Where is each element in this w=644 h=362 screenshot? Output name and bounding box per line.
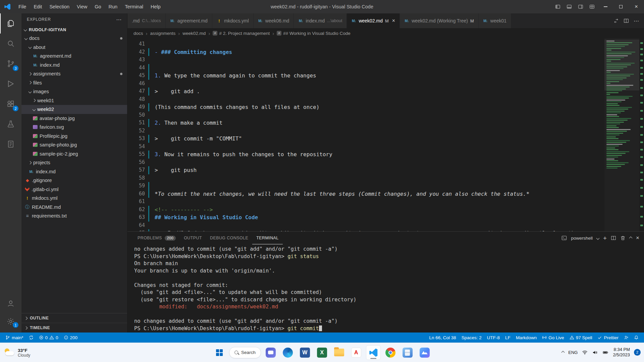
new-terminal-button[interactable]: + — [603, 235, 607, 241]
line-content[interactable]: ## Working in Visual Studio Code — [155, 214, 258, 222]
wifi-icon[interactable] — [582, 349, 588, 356]
line-number[interactable]: 59 — [127, 182, 145, 190]
line-number[interactable]: 46 — [127, 80, 145, 88]
line-content[interactable]: - ### Committing changes — [155, 48, 232, 56]
language-indicator[interactable]: ENG — [568, 350, 578, 355]
panel-tab-debug-console[interactable]: DEBUG CONSOLE — [206, 232, 252, 244]
line-content[interactable]: > git commit -m "COMMIT" — [155, 135, 242, 143]
line-number[interactable]: 44 — [127, 64, 145, 72]
tree-item-index-md[interactable]: M↓index.md — [21, 61, 127, 70]
taskbar-word[interactable]: W — [298, 345, 312, 360]
line-number[interactable]: 45 — [127, 72, 145, 80]
tree-item-index-md[interactable]: M↓index.md — [21, 167, 127, 176]
outline-section[interactable]: OUTLINE — [21, 313, 127, 323]
line-number[interactable]: 58 — [127, 174, 145, 182]
line-number[interactable]: 48 — [127, 96, 145, 104]
problems-indicator[interactable]: 0 0 — [36, 333, 61, 343]
line-content[interactable]: 1. We type the command again to commit t… — [155, 72, 316, 80]
taskbar-acrobat[interactable]: A — [349, 345, 364, 360]
line-number[interactable]: 54 — [127, 143, 145, 151]
tree-item-sample-pic-2-jpeg[interactable]: sample-pic-2.jpeg — [21, 149, 127, 159]
tree-item-assignments[interactable]: assignments — [21, 69, 127, 78]
tree-item-favicon-svg[interactable]: favicon.svg — [21, 123, 127, 132]
terminal-profile-label[interactable]: powershell — [571, 236, 593, 241]
taskbar-notepad[interactable] — [400, 345, 415, 360]
close-panel-button[interactable]: × — [636, 235, 639, 241]
more-actions-icon[interactable]: ⋯ — [634, 18, 639, 24]
line-content[interactable]: (This command commits changes to all fil… — [155, 103, 319, 111]
split-terminal-button[interactable] — [611, 235, 616, 241]
menu-go[interactable]: Go — [91, 0, 105, 13]
status-language-mode[interactable]: Markdown — [513, 333, 539, 343]
activity-run-debug[interactable] — [0, 74, 21, 94]
line-number[interactable]: 53 — [127, 135, 145, 143]
status-spell[interactable]: 97 Spell — [567, 333, 595, 343]
workspace-root[interactable]: RUDOLF-IGITYAN — [21, 25, 127, 34]
chevron-icon[interactable] — [29, 72, 32, 75]
tab-index-md[interactable]: M↓index.md...\about — [294, 13, 347, 28]
minimap[interactable] — [604, 38, 639, 231]
menu-terminal[interactable]: Terminal — [121, 0, 147, 13]
tree-item-avatar-photo-jpg[interactable]: avatar-photo.jpg — [21, 114, 127, 123]
status-indentation[interactable]: Spaces: 2 — [459, 333, 484, 343]
maximize-button[interactable] — [613, 0, 629, 13]
kill-terminal-button[interactable] — [620, 235, 626, 241]
close-tab-icon[interactable]: × — [392, 18, 395, 24]
branch-indicator[interactable]: main* — [3, 333, 26, 343]
split-editor-icon[interactable] — [624, 18, 629, 23]
taskbar-chat[interactable] — [263, 345, 278, 360]
line-number[interactable]: 60 — [127, 190, 145, 198]
compare-changes-icon[interactable] — [613, 18, 619, 23]
spell-count-indicator[interactable]: 200 — [61, 333, 80, 343]
line-number[interactable]: 50 — [127, 111, 145, 119]
line-number[interactable]: 62 — [127, 206, 145, 214]
activity-testing[interactable] — [0, 114, 21, 134]
tree-item-week02[interactable]: week02 — [21, 105, 127, 114]
tree-item-docs[interactable]: docs — [21, 34, 127, 43]
taskbar-file-explorer[interactable] — [332, 345, 346, 360]
status-eol[interactable]: LF — [502, 333, 513, 343]
breadcrumb-item[interactable]: assignments — [150, 31, 176, 36]
line-number[interactable]: 49 — [127, 103, 145, 111]
editor[interactable]: 4142- ### Committing changes4344451. We … — [127, 38, 644, 231]
line-number[interactable]: 42 — [127, 48, 145, 56]
breadcrumb-item[interactable]: docs — [133, 31, 143, 36]
tree-item-requirements-txt[interactable]: ≡requirements.txt — [21, 212, 127, 221]
tree-item-profilepic-jpg[interactable]: Profilepic.jpg — [21, 132, 127, 141]
volume-icon[interactable] — [592, 349, 598, 356]
tree-item-mkdocs-yml[interactable]: !mkdocs.yml — [21, 194, 127, 203]
menu-help[interactable]: Help — [147, 0, 164, 13]
line-content[interactable]: *To commit the next changes, we will nee… — [155, 190, 529, 198]
chevron-icon[interactable] — [33, 99, 36, 102]
tab-agreement-md[interactable]: M↓agreement.md — [166, 13, 212, 28]
chevron-icon[interactable] — [33, 108, 36, 111]
tab-week02-md-working-tree[interactable]: M↓week02.md (Working Tree)M — [400, 13, 479, 28]
breadcrumb-item[interactable]: ### Working in Visual Studio Code — [277, 31, 351, 36]
tray-overflow-icon[interactable] — [561, 351, 565, 354]
tree-item-gitignore[interactable]: ◆.gitignore — [21, 176, 127, 185]
activity-search[interactable] — [0, 34, 21, 54]
menu-selection[interactable]: Selection — [46, 0, 73, 13]
chevron-icon[interactable] — [29, 90, 32, 93]
line-content[interactable]: > git add . — [155, 87, 200, 96]
tree-item-week01[interactable]: week01 — [21, 96, 127, 105]
status-encoding[interactable]: UTF-8 — [484, 333, 502, 343]
line-content[interactable]: <!-- --------- --> — [155, 206, 213, 214]
toggle-panel-icon[interactable] — [564, 0, 575, 13]
chevron-down-icon[interactable] — [596, 236, 600, 240]
panel-tab-problems[interactable]: PROBLEMS200 — [133, 232, 180, 244]
weather-widget[interactable]: 33°F Cloudy — [4, 348, 30, 357]
chevron-icon[interactable] — [29, 46, 32, 49]
minimize-button[interactable] — [598, 0, 613, 13]
tab-md[interactable]: .mdC:\...\docs — [127, 13, 166, 28]
customize-layout-icon[interactable] — [586, 0, 598, 13]
menu-edit[interactable]: Edit — [30, 0, 46, 13]
terminal-output[interactable]: no changes added to commit (use "git add… — [127, 244, 644, 333]
notifications-button[interactable] — [631, 333, 641, 343]
line-number[interactable]: 41 — [127, 40, 145, 48]
taskbar-chrome[interactable] — [383, 345, 398, 360]
line-number[interactable]: 51 — [127, 119, 145, 127]
toggle-sidebar-icon[interactable] — [552, 0, 564, 13]
tab-week06-md[interactable]: M↓week06.md — [254, 13, 294, 28]
chevron-icon[interactable] — [29, 161, 32, 164]
